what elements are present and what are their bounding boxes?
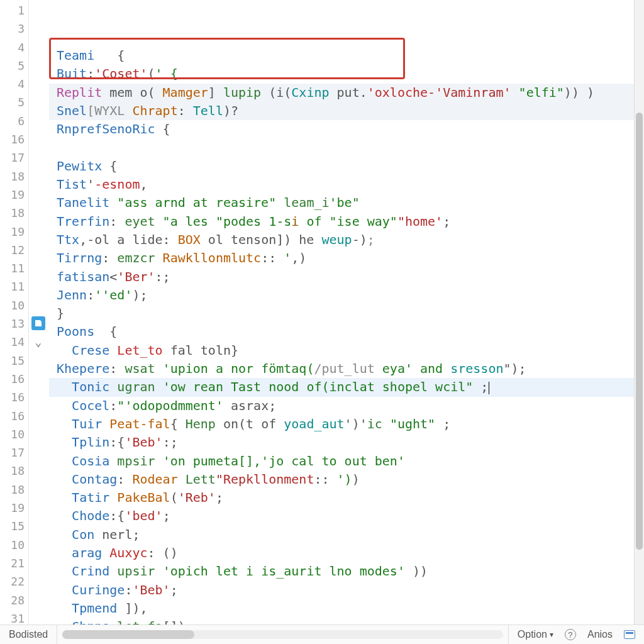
code-line[interactable]: Con nerl; <box>49 526 634 544</box>
fold-chevron-icon[interactable]: ⌄ <box>31 335 45 348</box>
line-number: 16 <box>0 388 28 406</box>
line-number: 6 <box>0 112 28 130</box>
line-number: 13 <box>0 314 28 333</box>
line-number: 15 <box>0 352 28 370</box>
code-line[interactable]: Trerfin: eyet "a les "podes 1-si of "ise… <box>49 213 634 231</box>
status-bar: Bodisted Option ▾ ? Anios <box>0 625 644 644</box>
code-line[interactable]: Ttx,-ol a lide: BOX ol tenson]) he weup-… <box>49 231 634 249</box>
code-line[interactable]: Tonic ugran 'ow rean Tast nood of(inclat… <box>49 378 634 396</box>
code-editor[interactable]: 1345456161718191819121111101314151616161… <box>0 0 644 625</box>
code-line[interactable]: Cocel:"'odopodmment' asrax; <box>49 397 634 415</box>
line-number: 19 <box>0 186 28 204</box>
line-number: 18 <box>0 480 28 499</box>
line-number: 11 <box>0 277 28 296</box>
line-number: 22 <box>0 572 28 591</box>
code-line[interactable]: Tpmend ]), <box>49 599 634 618</box>
code-line[interactable]: Tplin:{'Beb':; <box>49 433 634 452</box>
line-number: 14 <box>0 333 28 351</box>
code-line[interactable]: Poons { <box>49 323 634 341</box>
line-number: 16 <box>0 130 28 148</box>
code-line[interactable] <box>49 138 634 157</box>
code-line[interactable]: Buit:'Coset'(' { <box>49 65 634 83</box>
code-line[interactable]: Tist'-esnom, <box>49 175 634 194</box>
line-number: 3 <box>0 19 28 38</box>
line-number: 11 <box>0 259 28 277</box>
code-line[interactable]: Curinge:'Beb'; <box>49 581 634 599</box>
chevron-down-icon: ▾ <box>550 630 553 639</box>
code-line[interactable]: Snel[WYXL Chrapt: Tell)? <box>49 102 634 120</box>
code-line[interactable]: Chode:{'bed'; <box>49 507 634 525</box>
line-number-gutter: 1345456161718191819121111101314151616161… <box>0 0 29 625</box>
line-number: 18 <box>0 462 28 480</box>
code-line[interactable]: Cosia mpsir 'on pumeta[],'jo cal to out … <box>49 452 634 470</box>
code-line[interactable]: arag Auxyc: () <box>49 544 634 562</box>
code-line[interactable]: fatisan<'Ber':; <box>49 268 634 286</box>
code-area[interactable]: Teami {Buit:'Coset'(' {Replit mem o( Mam… <box>49 0 634 625</box>
line-number: 12 <box>0 241 28 259</box>
line-number: 5 <box>0 93 28 111</box>
line-number: 10 <box>0 536 28 554</box>
status-right-label[interactable]: Anios <box>587 629 613 640</box>
line-number: 28 <box>0 591 28 609</box>
code-line[interactable]: Crind upsir 'opich let i is_aurit lno mo… <box>49 562 634 580</box>
line-number: 21 <box>0 554 28 572</box>
line-number: 19 <box>0 499 28 517</box>
code-line[interactable]: Tanelit "ass arnd at reasire" leam_i'be" <box>49 194 634 212</box>
status-option-item[interactable]: Option ▾ <box>518 629 553 640</box>
code-line[interactable]: Khepere: wsat 'upion a nor fömtaq(/put_l… <box>49 360 634 378</box>
horizontal-scrollbar[interactable] <box>62 630 503 639</box>
code-line[interactable]: Chnns let_fa[]); <box>49 618 634 625</box>
code-line[interactable]: RnprefSenoRic { <box>49 120 634 138</box>
breakpoint-icon[interactable] <box>31 316 45 330</box>
line-number: 16 <box>0 370 28 388</box>
code-line[interactable]: Tatir PakeBal('Reb'; <box>49 489 634 507</box>
line-number: 5 <box>0 57 28 75</box>
glyph-margin: ⌄ <box>29 0 49 625</box>
code-line[interactable]: Tirrng: emzcr Rawkllonmlutc:: ',) <box>49 249 634 267</box>
panel-layout-icon[interactable] <box>624 630 635 639</box>
line-number: 10 <box>0 425 28 443</box>
help-icon[interactable]: ? <box>565 629 576 640</box>
code-line[interactable]: Tuir Peat-fal{ Henp on(t of yoad_aut')'i… <box>49 415 634 433</box>
code-line[interactable]: Pewitx { <box>49 157 634 175</box>
line-number: 10 <box>0 296 28 314</box>
line-number: 16 <box>0 407 28 425</box>
code-line[interactable]: } <box>49 304 634 323</box>
line-number: 4 <box>0 75 28 93</box>
code-line[interactable]: Replit mem o( Mamger] lupip (i(Cxinp put… <box>49 84 634 102</box>
code-line[interactable]: Jenn:''ed'); <box>49 286 634 304</box>
line-number: 18 <box>0 204 28 222</box>
line-number: 15 <box>0 517 28 535</box>
code-line[interactable]: Teami { <box>49 47 634 65</box>
line-number: 17 <box>0 443 28 462</box>
line-number: 4 <box>0 38 28 57</box>
horizontal-scrollbar-thumb[interactable] <box>62 630 194 639</box>
vertical-scrollbar-thumb[interactable] <box>636 113 643 550</box>
line-number: 19 <box>0 223 28 241</box>
code-line[interactable]: Contag: Rodear Lett"Repkllonment:: ')) <box>49 470 634 489</box>
line-number: 17 <box>0 148 28 167</box>
line-number: 18 <box>0 167 28 186</box>
vertical-scrollbar[interactable] <box>634 0 644 625</box>
status-left-label[interactable]: Bodisted <box>0 625 57 644</box>
code-line[interactable]: Crese Let_to fal toln} <box>49 341 634 360</box>
line-number: 1 <box>0 1 28 19</box>
